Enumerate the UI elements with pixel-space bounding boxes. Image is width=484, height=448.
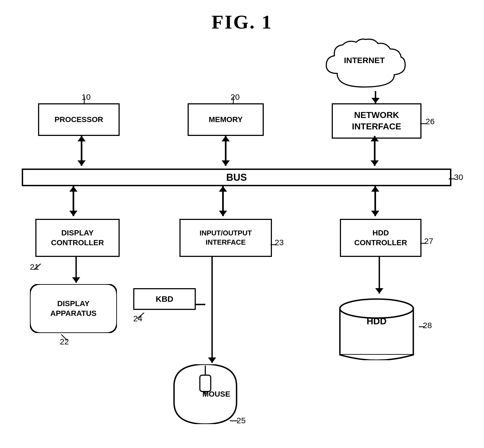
fig-title: FIG. 1	[212, 11, 272, 33]
svg-line-29	[61, 334, 67, 340]
internet-cloud: INTERNET	[321, 38, 408, 92]
svg-marker-7	[222, 136, 230, 141]
svg-marker-19	[219, 186, 227, 192]
svg-marker-22	[371, 186, 379, 192]
processor-box: PROCESSOR	[38, 103, 120, 136]
memory-box: MEMORY	[188, 103, 264, 136]
svg-marker-17	[69, 211, 77, 216]
svg-marker-11	[371, 160, 379, 166]
svg-marker-4	[77, 136, 86, 141]
mouse-shape: MOUSE	[169, 364, 242, 424]
hdd-shape: HDD	[334, 295, 419, 360]
diagram: FIG. 1 INTERNET PROCESSOR 10 MEMORY 20 N…	[0, 0, 484, 448]
svg-marker-23	[371, 211, 379, 216]
bus-label: BUS	[226, 172, 247, 183]
svg-marker-13	[371, 98, 380, 103]
svg-marker-34	[208, 357, 216, 363]
svg-marker-20	[219, 211, 227, 216]
kbd-box: KBD	[133, 288, 196, 310]
internet-label: INTERNET	[344, 56, 385, 65]
svg-marker-40	[375, 288, 383, 294]
svg-line-35	[137, 313, 144, 319]
svg-marker-10	[371, 136, 379, 141]
svg-line-24	[34, 264, 41, 270]
display-apparatus-shape: DISPLAY APPARATUS	[30, 284, 117, 333]
mouse-label: MOUSE	[202, 390, 230, 399]
display-controller-box: DISPLAYCONTROLLER	[35, 219, 120, 257]
svg-marker-28	[72, 277, 80, 283]
svg-marker-8	[222, 160, 230, 166]
svg-rect-37	[200, 375, 211, 391]
network-interface-box: NETWORKINTERFACE	[332, 103, 421, 139]
hdd-controller-box: HDDCONTROLLER	[340, 219, 421, 257]
io-interface-box: INPUT/OUTPUTINTERFACE	[179, 219, 272, 257]
svg-marker-5	[77, 160, 86, 166]
hdd-label: HDD	[367, 316, 387, 326]
display-apparatus-label: DISPLAY APPARATUS	[50, 299, 97, 319]
bus-bar: BUS	[22, 169, 451, 186]
svg-marker-16	[69, 186, 77, 192]
svg-point-42	[340, 299, 413, 318]
